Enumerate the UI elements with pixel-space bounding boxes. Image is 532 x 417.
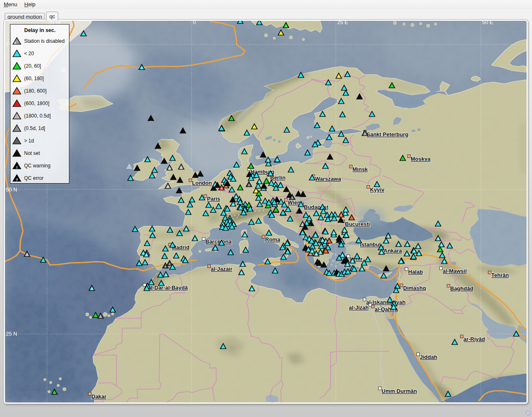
svg-text:Tehrân: Tehrân [491,272,509,278]
svg-text:Dimashq: Dimashq [403,285,426,291]
svg-text:(0.5d, 1d]: (0.5d, 1d] [24,125,45,131]
svg-text:al-Mawsil: al-Mawsil [443,268,467,274]
svg-text:Ankara: Ankara [384,248,402,254]
svg-text:!: ! [236,196,237,199]
svg-text:(600, 1800]: (600, 1800] [24,101,49,106]
svg-text:al-Jazair: al-Jazair [211,266,232,272]
svg-text:Jiddah: Jiddah [420,354,437,360]
svg-text:?: ? [385,240,387,244]
svg-text:?: ? [398,243,400,247]
svg-text:(60, 180]: (60, 180] [24,76,44,81]
svg-text:!: ! [302,223,303,227]
svg-text:50 E: 50 E [482,21,493,25]
svg-text:x: x [169,167,171,171]
svg-text:!: ! [165,265,166,269]
svg-text:x: x [180,166,182,170]
svg-text:Station is disabled: Station is disabled [24,38,64,44]
svg-text:Baghdâd: Baghdâd [450,285,473,292]
svg-text:?: ? [393,306,395,310]
svg-text:Sankt Peterburg: Sankt Peterburg [367,131,408,137]
svg-text:Warszawa: Warszawa [315,176,341,182]
svg-text:Paris: Paris [207,196,220,202]
svg-text:?: ? [141,66,143,70]
svg-text:Minsk: Minsk [352,166,368,172]
svg-text:?: ? [291,196,293,200]
svg-text:Bucuresti: Bucuresti [345,221,370,227]
svg-text:ad-Dar-al-Baydâ: ad-Dar-al-Baydâ [146,285,188,291]
svg-text:(1800, 0.5d]: (1800, 0.5d] [24,113,51,119]
svg-text:Halab: Halab [408,269,423,275]
svg-text:x: x [14,41,16,45]
svg-text:25 N: 25 N [6,331,17,337]
svg-text:Dakar: Dakar [91,393,106,400]
svg-text:!: ! [242,263,244,267]
svg-text:?: ? [241,272,243,275]
svg-text:London: London [192,180,212,186]
svg-text:?: ? [361,268,363,272]
svg-text:?: ? [232,203,234,207]
svg-text:!: ! [268,159,269,163]
svg-text:ar-Riyâd: ar-Riyâd [463,336,485,342]
svg-text:?: ? [315,253,318,257]
svg-text:?: ? [406,253,408,257]
svg-text:?: ? [443,260,446,264]
svg-text:!: ! [347,263,348,267]
svg-text:!: ! [195,238,196,241]
svg-text:?: ? [417,245,419,249]
svg-text:?: ? [165,274,167,277]
svg-text:?: ? [352,260,354,264]
svg-text:?: ? [91,287,93,291]
svg-text:?: ? [413,250,415,254]
svg-text:!: ! [277,159,278,162]
svg-text:?: ? [320,251,322,255]
svg-text:25 E: 25 E [337,21,348,25]
svg-text:Wien: Wien [288,199,300,206]
svg-text:?: ? [333,232,335,235]
svg-text:Barcelona: Barcelona [205,238,232,245]
svg-text:!: ! [221,187,222,191]
svg-text:?: ? [145,254,148,258]
svg-text:?: ? [16,178,18,182]
svg-text:?: ? [381,251,383,255]
svg-text:?: ? [345,209,347,213]
svg-text:!: ! [275,270,276,274]
svg-text:!: ! [27,253,28,257]
svg-text:?: ? [387,235,389,239]
svg-text:QC warning: QC warning [24,163,50,169]
svg-text:0: 0 [193,21,196,25]
svg-text:Moskva: Moskva [411,156,431,162]
svg-text:!: ! [100,315,101,319]
svg-text:Roma: Roma [265,236,281,243]
svg-text:Istanbul: Istanbul [360,241,381,248]
svg-text:Not set: Not set [24,150,40,156]
svg-text:> 1d: > 1d [24,138,34,144]
svg-text:?: ? [345,212,347,216]
svg-text:?: ? [251,288,253,292]
svg-text:?: ? [437,238,439,241]
svg-text:?: ? [406,243,409,247]
svg-text:al-Iskandarîyah: al-Iskandarîyah [366,299,406,305]
svg-text:!: ! [16,165,17,169]
svg-text:?: ? [255,190,257,194]
svg-text:?: ? [345,234,347,238]
svg-text:al-Jîzah: al-Jîzah [349,304,369,311]
svg-text:?: ? [342,254,344,258]
svg-text:!: ! [315,234,316,238]
svg-text:?: ? [185,228,187,232]
svg-text:?: ? [418,253,420,256]
svg-text:!: ! [365,132,366,136]
svg-text:50 N: 50 N [6,186,17,193]
svg-text:?: ? [244,234,246,238]
svg-text:?: ? [344,229,346,233]
svg-text:< 20: < 20 [24,51,34,56]
svg-text:QC error: QC error [24,175,44,181]
svg-text:x: x [167,185,169,189]
svg-text:Kyyiv: Kyyiv [370,186,384,193]
svg-text:Umm Durmân: Umm Durmân [382,388,417,394]
svg-text:?: ? [248,184,250,187]
svg-text:!: ! [215,247,216,251]
svg-text:Delay in sec.: Delay in sec. [24,27,56,33]
svg-text:!: ! [169,262,170,266]
svg-text:?: ? [311,250,313,254]
svg-text:!: ! [286,25,287,28]
